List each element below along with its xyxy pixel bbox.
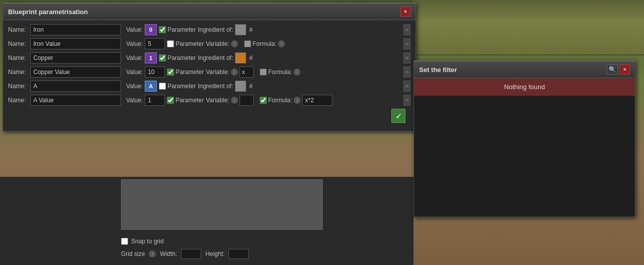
row-ironval-name-input[interactable]: [30, 38, 121, 49]
row-a-swatch[interactable]: [235, 81, 246, 92]
row-copper-ingredient-label: Ingredient of:: [198, 54, 233, 61]
row-ironval-formula-cb[interactable]: [244, 40, 251, 47]
row-copperval-formula-cb[interactable]: [260, 69, 267, 76]
bottom-area: Snap to grid Grid size i Width: Height:: [0, 177, 414, 265]
blueprint-dialog-title: Blueprint parametrisation: [8, 8, 88, 16]
snap-to-grid-label: Snap to grid: [131, 238, 164, 245]
row-ironval-name-label: Name:: [8, 40, 28, 47]
param-row-copper-value: Name: Value: Parameter Variable: i Formu…: [8, 67, 411, 78]
row-copper-param-cb[interactable]: [159, 54, 166, 61]
nothing-found-label: Nothing found: [414, 78, 635, 96]
row-aval-formula-info[interactable]: i: [294, 97, 301, 104]
row-ironval-var-label: Variable:: [206, 40, 229, 47]
width-input[interactable]: [181, 249, 201, 259]
filter-search-button[interactable]: 🔍: [607, 64, 618, 75]
row-iron-name-input[interactable]: [30, 24, 121, 35]
filter-controls: 🔍 ×: [607, 64, 630, 75]
row-copperval-param-label: Parameter: [175, 69, 204, 76]
row-copper-value-badge: 1: [145, 52, 157, 63]
row-ironval-drag-handle[interactable]: [403, 38, 411, 49]
filter-dialog-header: Set the filter 🔍 ×: [414, 61, 635, 78]
blueprint-ok-button[interactable]: ✓: [391, 109, 405, 123]
blueprint-dialog: Blueprint parametrisation × Name: Value:…: [3, 3, 416, 131]
row-copperval-name-label: Name:: [8, 69, 28, 76]
row-aval-formula-cb[interactable]: [260, 97, 267, 104]
row-aval-param-label: Parameter: [175, 97, 204, 104]
row-iron-value-badge: 0: [145, 24, 157, 35]
row-copperval-var-label: Variable:: [206, 69, 229, 76]
snap-to-grid-checkbox[interactable]: [121, 238, 128, 245]
width-label: Width:: [160, 250, 177, 257]
row-copper-param-label: Parameter: [167, 54, 196, 61]
row-ironval-formula-label: Formula:: [253, 40, 276, 47]
height-label: Height:: [205, 250, 224, 257]
row-aval-drag-handle[interactable]: [403, 95, 411, 106]
row-copperval-drag-handle[interactable]: [403, 67, 411, 78]
row-iron-name-label: Name:: [8, 26, 28, 33]
height-input[interactable]: [228, 249, 249, 259]
row-copperval-value-label: Value:: [126, 69, 143, 76]
row-a-ingredient-label: Ingredient of:: [198, 83, 233, 90]
row-iron-value-label: Value:: [126, 26, 143, 33]
param-row-iron: Name: Value: 0 Parameter Ingredient of: …: [8, 24, 411, 35]
row-aval-name-input[interactable]: [30, 95, 121, 106]
row-copperval-var-input[interactable]: [240, 67, 254, 78]
row-ironval-param-cb[interactable]: [167, 40, 174, 47]
row-iron-swatch[interactable]: [235, 24, 246, 35]
row-a-drag-handle[interactable]: [403, 81, 411, 92]
row-iron-hash: #: [249, 26, 253, 33]
row-aval-var-input[interactable]: [240, 95, 254, 106]
row-copper-name-label: Name:: [8, 54, 28, 61]
param-row-iron-value: Name: Value: Parameter Variable: i Formu…: [8, 38, 411, 49]
grid-size-info-icon[interactable]: i: [149, 250, 156, 257]
filter-dialog-title: Set the filter: [419, 66, 457, 74]
row-copperval-value-input[interactable]: [145, 67, 165, 78]
row-aval-param-wrap: Parameter: [167, 97, 204, 104]
row-a-name-input[interactable]: [30, 81, 121, 92]
row-iron-drag-handle[interactable]: [403, 24, 411, 35]
row-a-hash: #: [249, 83, 253, 90]
row-ironval-formula-wrap: Formula: i: [244, 40, 285, 47]
row-copperval-name-input[interactable]: [30, 67, 121, 78]
row-ironval-formula-info[interactable]: i: [278, 40, 285, 47]
filter-empty-area: [414, 96, 635, 217]
row-iron-param-label: Parameter: [167, 26, 196, 33]
row-copperval-param-wrap: Parameter: [167, 69, 204, 76]
row-iron-ingredient-label: Ingredient of:: [198, 26, 233, 33]
row-ironval-variable-wrap: Variable: i: [206, 40, 238, 47]
blueprint-dialog-header: Blueprint parametrisation ×: [3, 4, 416, 20]
row-copper-param-wrap: Parameter: [159, 54, 196, 61]
preview-box: [121, 179, 323, 230]
blueprint-dialog-content: Name: Value: 0 Parameter Ingredient of: …: [3, 20, 416, 131]
filter-dialog: Set the filter 🔍 × Nothing found: [414, 60, 635, 217]
filter-close-button[interactable]: ×: [620, 64, 630, 75]
row-aval-variable-wrap: Variable: i: [206, 95, 253, 106]
row-a-param-cb[interactable]: [159, 83, 166, 90]
row-copper-swatch[interactable]: [235, 52, 246, 63]
row-aval-param-cb[interactable]: [167, 97, 174, 104]
row-aval-value-label: Value:: [126, 97, 143, 104]
row-copperval-formula-info[interactable]: i: [294, 69, 301, 76]
row-copperval-param-cb[interactable]: [167, 69, 174, 76]
row-aval-name-label: Name:: [8, 97, 28, 104]
row-ironval-value-input[interactable]: [145, 38, 165, 49]
row-copper-drag-handle[interactable]: [403, 52, 411, 63]
row-copperval-formula-label: Formula:: [268, 69, 292, 76]
row-a-value-label: Value:: [126, 83, 143, 90]
row-aval-formula-input[interactable]: [302, 95, 332, 106]
row-copper-name-input[interactable]: [30, 52, 121, 63]
blueprint-close-button[interactable]: ×: [400, 7, 411, 17]
row-aval-formula-wrap: Formula: i: [260, 95, 332, 106]
row-iron-param-cb[interactable]: [159, 26, 166, 33]
param-row-a: Name: Value: A Parameter Ingredient of: …: [8, 81, 411, 92]
row-copperval-formula-wrap: Formula: i: [260, 69, 301, 76]
search-icon: 🔍: [609, 66, 616, 73]
row-a-value-badge: A: [145, 81, 157, 92]
row-aval-var-info[interactable]: i: [231, 97, 238, 104]
row-ironval-var-info[interactable]: i: [231, 40, 238, 47]
track-area: [412, 0, 644, 55]
row-ironval-param-wrap: Parameter: [167, 40, 204, 47]
snap-row: Snap to grid: [121, 238, 164, 245]
row-aval-value-input[interactable]: [145, 95, 165, 106]
row-copperval-var-info[interactable]: i: [231, 69, 238, 76]
